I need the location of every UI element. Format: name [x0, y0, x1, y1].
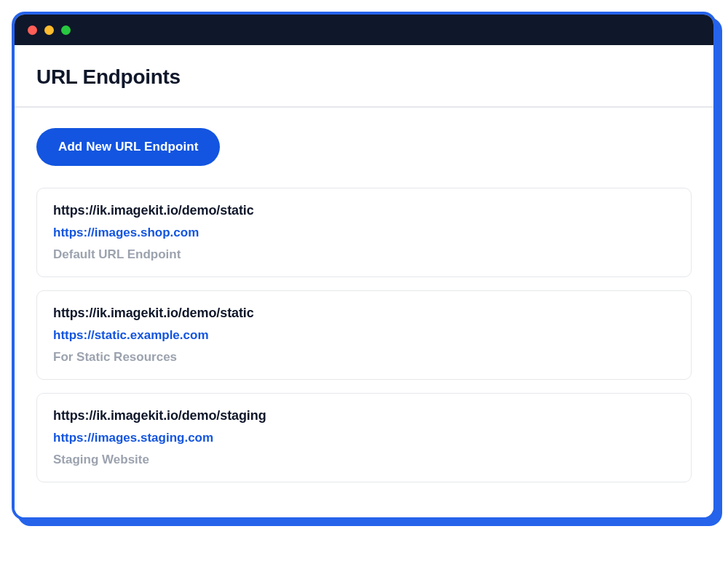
endpoint-description: Staging Website — [53, 453, 675, 467]
endpoint-primary-url: https://ik.imagekit.io/demo/static — [53, 203, 675, 218]
titlebar — [15, 15, 713, 45]
content-area: URL Endpoints Add New URL Endpoint https… — [15, 45, 713, 517]
endpoint-primary-url: https://ik.imagekit.io/demo/staging — [53, 408, 675, 423]
endpoint-alias-link[interactable]: https://static.example.com — [53, 328, 675, 343]
endpoint-primary-url: https://ik.imagekit.io/demo/static — [53, 306, 675, 321]
page-body: Add New URL Endpoint https://ik.imagekit… — [15, 108, 713, 517]
endpoint-alias-link[interactable]: https://images.shop.com — [53, 226, 675, 240]
app-window: URL Endpoints Add New URL Endpoint https… — [15, 15, 713, 517]
maximize-icon[interactable] — [61, 25, 71, 35]
minimize-icon[interactable] — [44, 25, 54, 35]
endpoint-card[interactable]: https://ik.imagekit.io/demo/static https… — [36, 188, 692, 277]
close-icon[interactable] — [28, 25, 37, 35]
endpoint-card[interactable]: https://ik.imagekit.io/demo/static https… — [36, 290, 692, 380]
endpoint-description: Default URL Endpoint — [53, 247, 675, 262]
endpoint-alias-link[interactable]: https://images.staging.com — [53, 431, 675, 445]
page-title: URL Endpoints — [36, 65, 692, 89]
endpoint-description: For Static Resources — [53, 350, 675, 365]
endpoint-card[interactable]: https://ik.imagekit.io/demo/staging http… — [36, 393, 692, 482]
page-header: URL Endpoints — [15, 45, 713, 106]
add-endpoint-button[interactable]: Add New URL Endpoint — [36, 128, 220, 166]
